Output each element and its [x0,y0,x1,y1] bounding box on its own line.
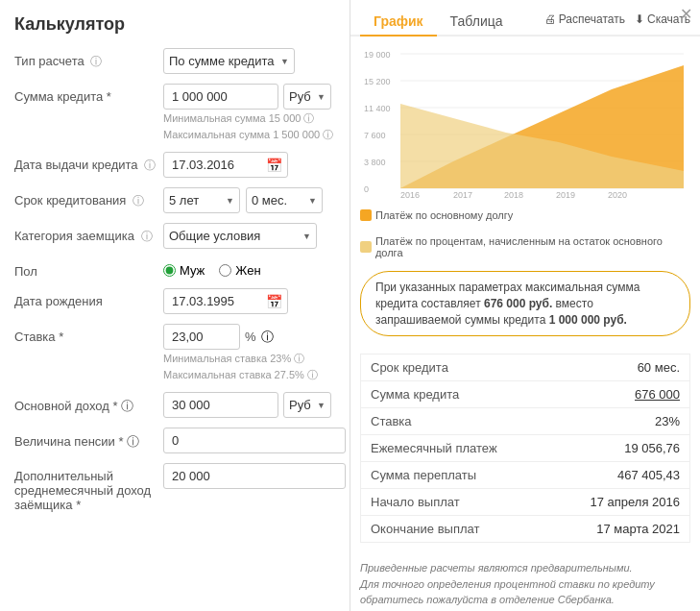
term-years-select[interactable]: 5 лет [163,187,240,213]
svg-text:2019: 2019 [556,190,575,200]
page-title: Калькулятор [14,14,335,35]
val-term: 60 мес. [574,360,680,375]
help-icon-category[interactable]: ⓘ [141,230,153,243]
left-panel: Калькулятор Тип расчета ⓘ По сумме креди… [0,0,350,611]
summary-row-amount: Сумма кредита 676 000 [361,381,689,408]
form-row-calc-type: Тип расчета ⓘ По сумме кредита [14,48,335,74]
form-row-loan-amount: Сумма кредита * Руб Минимальная сумма 15… [14,84,335,142]
calendar-icon-birth[interactable]: 📅 [266,294,282,309]
calendar-icon-issue[interactable]: 📅 [266,158,282,173]
form-row-category: Категория заемщика ⓘ Общие условия [14,223,335,249]
label-gender: Пол [14,258,163,279]
svg-text:2020: 2020 [608,190,627,200]
val-rate: 23% [574,414,680,428]
chart-area: 19 000 15 200 11 400 7 600 3 800 0 [350,37,700,205]
right-panel: ✕ График Таблица 🖨 Распечатать ⬇ Скачать… [350,0,700,611]
control-term: 5 лет 0 мес. [163,187,335,213]
select-calc-type[interactable]: По сумме кредита [163,48,295,74]
term-months-select[interactable]: 0 мес. [246,187,323,213]
download-icon: ⬇ [635,12,644,26]
help-icon-issue-date[interactable]: ⓘ [144,159,156,172]
tab-graph[interactable]: График [360,8,437,37]
income-currency-select[interactable]: Руб [283,392,331,418]
disclaimer: Приведенные расчеты являются предварител… [360,560,690,608]
legend-color-interest [360,241,372,253]
category-select-wrapper: Общие условия [163,223,317,249]
term-years-wrapper: 5 лет [163,187,240,213]
help-icon-calc-type[interactable]: ⓘ [90,55,102,68]
summary-row-start: Начало выплат 17 апреля 2016 [361,489,689,516]
control-main-income: Руб [163,392,335,418]
summary-row-rate: Ставка 23% [361,408,689,435]
help-icon-term[interactable]: ⓘ [133,194,144,208]
main-income-input[interactable] [163,392,278,418]
income-currency-wrapper: Руб [283,392,331,418]
radio-male-input[interactable] [163,264,176,277]
label-pension: Величина пенсии * ⓘ [14,428,163,451]
warning-requested-amount: 1 000 000 руб. [549,313,627,327]
radio-male[interactable]: Муж [163,263,205,278]
loan-amount-row: Руб [163,84,335,110]
chart-svg: 19 000 15 200 11 400 7 600 3 800 0 [360,46,690,200]
svg-text:3 800: 3 800 [364,158,386,167]
val-amount: 676 000 [574,387,680,402]
close-button[interactable]: ✕ [680,5,692,23]
summary-row-term: Срок кредита 60 мес. [361,354,689,381]
form-row-issue-date: Дата выдачи кредита ⓘ 📅 [14,152,335,178]
val-monthly: 19 056,76 [574,441,680,455]
rate-input-row: % ⓘ [163,324,335,350]
radio-female[interactable]: Жен [219,263,260,278]
percent-sign: % [245,330,256,344]
svg-text:0: 0 [364,184,369,194]
tab-table[interactable]: Таблица [437,8,517,37]
key-rate: Ставка [371,414,574,428]
category-select[interactable]: Общие условия [163,223,317,249]
control-loan-amount: Руб Минимальная сумма 15 000 ⓘ Максималь… [163,84,335,142]
print-icon: 🖨 [544,12,556,26]
svg-text:2016: 2016 [400,190,420,200]
summary-table: Срок кредита 60 мес. Сумма кредита 676 0… [360,354,690,543]
term-months-wrapper: 0 мес. [246,187,323,213]
key-monthly: Ежемесячный платеж [371,441,574,455]
term-row: 5 лет 0 мес. [163,187,335,213]
loan-amount-input[interactable] [163,84,278,110]
label-term: Срок кредитования ⓘ [14,187,163,209]
help-icon-rate[interactable]: ⓘ [261,329,274,346]
control-extra-income [163,463,346,489]
summary-row-monthly: Ежемесячный платеж 19 056,76 [361,435,689,462]
label-calc-type: Тип расчета ⓘ [14,48,163,70]
hint-max-amount: Максимальная сумма 1 500 000 ⓘ [163,128,335,142]
currency-select[interactable]: Руб [283,84,331,110]
hint-min-rate: Минимальная ставка 23% ⓘ [163,352,335,366]
issue-date-wrapper: 📅 [163,152,288,178]
control-birthdate: 📅 [163,288,335,314]
label-issue-date: Дата выдачи кредита ⓘ [14,152,163,174]
form-row-extra-income: Дополнительный среднемесячный доход заём… [14,463,335,512]
control-pension [163,428,346,453]
legend-interest: Платёж по процентам, начисленным на оста… [360,235,690,258]
val-start: 17 апреля 2016 [574,495,680,509]
key-overpay: Сумма переплаты [371,468,574,482]
extra-income-input[interactable] [163,463,346,489]
pension-input[interactable] [163,428,346,453]
label-birthdate: Дата рождения [14,288,163,308]
val-end: 17 марта 2021 [574,522,680,536]
summary-row-end: Окончание выплат 17 марта 2021 [361,516,689,542]
chart-container: 19 000 15 200 11 400 7 600 3 800 0 [360,46,690,200]
control-issue-date: 📅 [163,152,335,178]
label-main-income: Основной доход * ⓘ [14,392,163,415]
control-category: Общие условия [163,223,335,249]
svg-text:19 000: 19 000 [364,50,391,60]
label-loan-amount: Сумма кредита * [14,84,163,104]
key-end: Окончание выплат [371,522,574,536]
tabs-row: График Таблица 🖨 Распечатать ⬇ Скачать [350,0,700,37]
print-button[interactable]: 🖨 Распечатать [544,12,625,26]
radio-female-label: Жен [235,263,260,278]
chart-legend: Платёж по основному долгу Платёж по проц… [350,205,700,263]
form-row-birthdate: Дата рождения 📅 [14,288,335,314]
warning-text: При указанных параметрах максимальная су… [375,281,640,327]
rate-input[interactable] [163,324,240,350]
key-term: Срок кредита [371,360,574,375]
main-income-row: Руб [163,392,335,418]
radio-female-input[interactable] [219,264,231,277]
